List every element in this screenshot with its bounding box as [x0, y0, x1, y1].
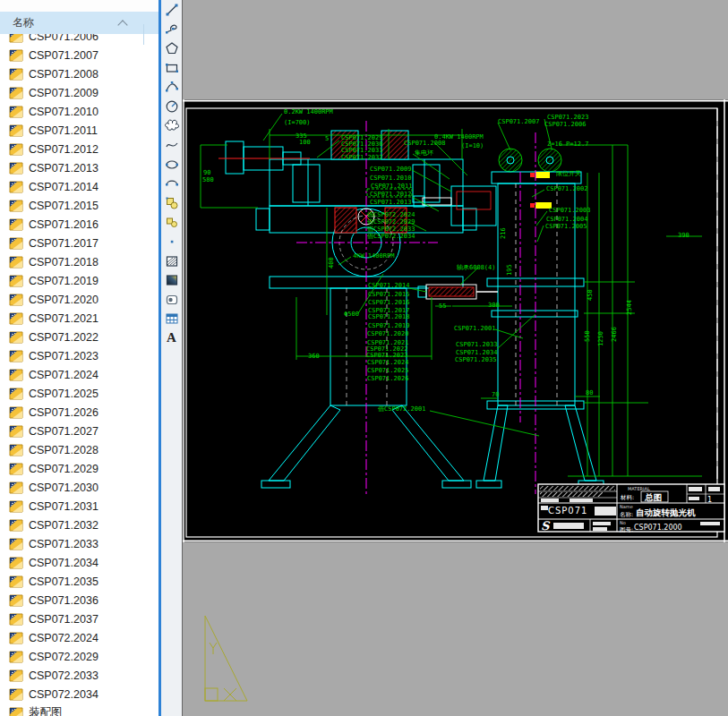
drawing-canvas[interactable]: CSP071.2029CSP071.2030CSP071.2031CSP071.…: [182, 0, 728, 716]
file-list-item[interactable]: CSP071.2026: [0, 403, 158, 422]
ucs-triangle[interactable]: [205, 616, 247, 701]
polyline-tool-icon[interactable]: [161, 20, 182, 39]
file-list-item[interactable]: CSP071.2029: [0, 459, 158, 478]
file-list-item[interactable]: CSP071.2012: [0, 140, 158, 158]
no-label: 图号:: [620, 526, 633, 534]
file-name: CSP071.2022: [29, 331, 98, 344]
revision-cloud-tool-icon[interactable]: [161, 116, 182, 136]
dwg-file-icon: [9, 143, 23, 156]
file-name: CSP071.2023: [29, 350, 98, 362]
file-name: CSP071.2029: [29, 463, 98, 475]
file-name: 装配图: [29, 705, 63, 716]
file-list-item[interactable]: CSP071.2021: [0, 309, 158, 328]
file-list-item[interactable]: CSP071.2019: [0, 271, 158, 290]
file-list-item[interactable]: CSP071.2007: [0, 46, 158, 64]
dwg-file-icon: [9, 106, 23, 118]
dwg-file-icon: [9, 275, 23, 287]
file-list-item[interactable]: CSP072.2024: [0, 628, 158, 647]
file-name: CSP071.2034: [29, 557, 98, 569]
file-list-item[interactable]: CSP071.2025: [0, 384, 158, 403]
column-separator[interactable]: [143, 24, 144, 45]
region-tool-icon[interactable]: [161, 290, 182, 310]
dwg-file-icon: [9, 312, 23, 325]
multiline-text-tool-icon[interactable]: A: [161, 328, 182, 348]
spline-tool-icon[interactable]: [161, 135, 182, 155]
file-list-item[interactable]: CSP071.2024: [0, 365, 158, 384]
name-column-header[interactable]: 名称: [0, 12, 158, 34]
file-name: CSP071.2033: [29, 538, 98, 550]
make-block-tool-icon[interactable]: [161, 213, 182, 233]
dwg-file-icon: [9, 256, 23, 268]
file-list-item[interactable]: CSP071.2035: [0, 572, 158, 591]
file-list-item[interactable]: CSP071.2034: [0, 553, 158, 572]
file-list-item[interactable]: CSP071.2020: [0, 290, 158, 309]
file-list-item[interactable]: CSP071.2022: [0, 328, 158, 346]
file-list-item[interactable]: CSP072.2034: [0, 685, 158, 703]
file-name: CSP071.2018: [29, 256, 98, 268]
file-list-item[interactable]: CSP071.2027: [0, 422, 158, 440]
file-list-item[interactable]: CSP071.2018: [0, 252, 158, 271]
file-list-item[interactable]: CSP071.2032: [0, 516, 158, 534]
table-tool-icon[interactable]: [161, 310, 182, 329]
point-tool-icon[interactable]: [161, 232, 182, 251]
file-name: CSP072.2024: [29, 632, 98, 644]
file-name: CSP071.2010: [29, 106, 98, 118]
file-list-item[interactable]: CSP071.2028: [0, 440, 158, 459]
hatch-tool-icon[interactable]: [161, 251, 182, 271]
dwg-file-icon: [9, 162, 23, 175]
mtext-glyph: A: [167, 331, 176, 345]
file-list-item[interactable]: CSP072.2029: [0, 647, 158, 666]
file-list-item[interactable]: CSP071.2015: [0, 196, 158, 215]
insert-block-tool-icon[interactable]: [161, 193, 182, 213]
ellipse-tool-icon[interactable]: [161, 155, 182, 175]
file-list-item[interactable]: CSP071.2017: [0, 234, 158, 252]
dwg-file-icon: [9, 707, 23, 716]
arc-tool-icon[interactable]: [161, 77, 182, 97]
file-name: CSP071.2030: [29, 482, 98, 494]
line-tool-icon[interactable]: [161, 0, 182, 20]
material-caption: MATERIAL: [628, 486, 650, 491]
dwg-file-icon: [9, 519, 23, 532]
polygon-tool-icon[interactable]: [161, 38, 182, 58]
file-list-item[interactable]: CSP071.2011: [0, 121, 158, 140]
file-name: CSP071.2026: [29, 406, 98, 419]
dwg-file-icon: [9, 463, 23, 475]
file-list-item[interactable]: CSP071.2030: [0, 478, 158, 497]
file-list-item[interactable]: CSP071.2009: [0, 83, 158, 102]
dwg-file-icon: [9, 124, 23, 137]
file-list-item[interactable]: CSP071.2014: [0, 177, 158, 196]
panel-top-strip: [0, 0, 158, 13]
file-name: CSP071.2016: [29, 218, 98, 231]
file-list-item[interactable]: CSP071.2037: [0, 609, 158, 628]
rectangle-tool-icon[interactable]: [161, 58, 182, 78]
file-name: CSP071.2009: [29, 87, 98, 99]
file-list-item[interactable]: CSP071.2031: [0, 497, 158, 516]
file-name: CSP072.2029: [29, 651, 98, 663]
file-name: CSP071.2027: [29, 425, 98, 438]
file-list-item[interactable]: CSP071.2016: [0, 215, 158, 234]
dwg-file-icon: [9, 218, 23, 231]
cad-drawing-geometry[interactable]: [183, 0, 728, 716]
file-name: CSP071.2014: [29, 181, 98, 193]
file-list-item[interactable]: CSP071.2010: [0, 102, 158, 121]
file-name: CSP071.2011: [29, 124, 98, 137]
file-list-item[interactable]: CSP071.2033: [0, 534, 158, 553]
model-code: CSP071: [548, 506, 587, 516]
file-list-item[interactable]: 装配图: [0, 703, 158, 716]
dwg-file-icon: [9, 613, 23, 626]
draw-toolbar: A: [161, 0, 183, 716]
file-list-item[interactable]: CSP071.2013: [0, 158, 158, 177]
file-name: CSP071.2037: [29, 613, 98, 626]
file-list-item[interactable]: CSP071.2023: [0, 346, 158, 365]
ellipse-arc-tool-icon[interactable]: [161, 174, 182, 193]
sort-ascending-icon: [117, 20, 127, 30]
dwg-file-icon: [9, 500, 23, 513]
file-name: CSP071.2025: [29, 388, 98, 400]
file-list-panel: 名称 CSP0: [0, 0, 158, 716]
file-list-item[interactable]: CSP071.2036: [0, 591, 158, 609]
circle-tool-icon[interactable]: [161, 97, 182, 116]
file-name: CSP071.2031: [29, 500, 98, 513]
file-list-item[interactable]: CSP071.2008: [0, 64, 158, 83]
file-list-item[interactable]: CSP072.2033: [0, 666, 158, 685]
gradient-tool-icon[interactable]: [161, 270, 182, 290]
